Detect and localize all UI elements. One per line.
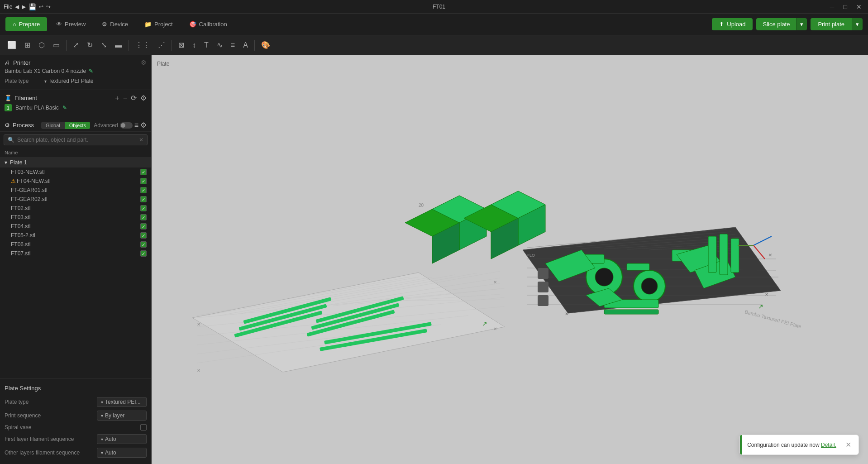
fill-button[interactable]: 🎨 — [258, 39, 274, 51]
orient-button[interactable]: ↕ — [189, 39, 200, 51]
list-item[interactable]: FT03-NEW.stl ✓ — [0, 167, 151, 177]
maximize-button[interactable]: □ — [841, 2, 850, 11]
navbar: ⌂ Prepare 👁 Preview ⚙ Device 📁 Project 🎯… — [0, 14, 868, 35]
printer-name-row: Bambu Lab X1 Carbon 0.4 nozzle ✎ — [5, 66, 147, 76]
plate-row-label: Plate 1 — [10, 159, 27, 166]
filament-number: 1 — [5, 104, 12, 111]
list-item[interactable]: FT-GEAR02.stl ✓ — [0, 195, 151, 204]
object-checkbox[interactable]: ✓ — [140, 196, 147, 202]
slice-dropdown-button[interactable]: ▾ — [796, 18, 807, 30]
filament-sync-button[interactable]: ⟳ — [131, 94, 137, 102]
advanced-switch[interactable] — [120, 122, 133, 129]
printer-settings-icon[interactable]: ⚙ — [141, 59, 147, 66]
eye-icon: 👁 — [56, 21, 62, 28]
other-layers-select[interactable]: ▾ Auto — [97, 448, 147, 458]
split-objects-button[interactable]: ⊠ — [175, 39, 188, 51]
setting-other-layers: Other layers filament sequence ▾ Auto — [5, 446, 147, 459]
object-checkbox[interactable]: ✓ — [140, 169, 147, 175]
save-icon[interactable]: 💾 — [29, 3, 36, 10]
list-item[interactable]: FT04.stl ✓ — [0, 222, 151, 231]
object-checkbox[interactable]: ✓ — [140, 223, 147, 230]
list-item[interactable]: FT05-2.stl ✓ — [0, 231, 151, 240]
tab-prepare[interactable]: ⌂ Prepare — [5, 17, 47, 31]
plate-row[interactable]: ▾ Plate 1 — [0, 158, 151, 167]
tab-device-label: Device — [110, 21, 128, 28]
coord-20: 20 — [419, 203, 424, 208]
print-sequence-select[interactable]: ▾ By layer — [97, 411, 147, 421]
warning-icon: ⚠ — [11, 178, 16, 184]
search-input[interactable] — [17, 137, 136, 143]
redo-icon[interactable]: ↪ — [46, 4, 51, 10]
calibration-icon: 🎯 — [189, 21, 196, 28]
plate-type-select[interactable]: ▾ Textured PEI... — [97, 397, 147, 407]
object-checkbox[interactable]: ✓ — [140, 214, 147, 220]
process-list-btn[interactable]: ≡ — [134, 121, 138, 129]
toolbar-separator-3 — [172, 40, 172, 51]
printer-edit-link[interactable]: ✎ — [89, 68, 93, 74]
arrange-all-button[interactable]: ⋰ — [154, 39, 169, 51]
list-item[interactable]: FT-GEAR01.stl ✓ — [0, 186, 151, 195]
name-header: Name — [5, 150, 18, 155]
object-checkbox[interactable]: ✓ — [140, 250, 147, 257]
print-dropdown-button[interactable]: ▾ — [852, 18, 863, 30]
window-controls[interactable]: ─ □ ✕ — [827, 2, 864, 11]
toggle-global[interactable]: Global — [41, 122, 65, 129]
view-ortho-button[interactable]: ⬡ — [35, 39, 48, 51]
rotate-tool-button[interactable]: ↻ — [83, 39, 96, 51]
close-button[interactable]: ✕ — [854, 2, 864, 11]
filament-settings-button[interactable]: ⚙ — [140, 94, 147, 102]
list-item[interactable]: ⚠ FT04-NEW.stl ✓ — [0, 177, 151, 186]
filament-edit-link[interactable]: ✎ — [62, 105, 67, 111]
tab-preview[interactable]: 👁 Preview — [49, 17, 93, 31]
titlebar-menu[interactable]: File ◀ ▶ 💾 ↩ ↪ — [4, 3, 51, 10]
toolbar-separator-2 — [129, 40, 129, 51]
support-button[interactable]: T — [200, 39, 212, 51]
tab-device[interactable]: ⚙ Device — [95, 17, 135, 31]
object-checkbox[interactable]: ✓ — [140, 187, 147, 193]
print-plate-button[interactable]: Print plate — [811, 18, 852, 30]
nav-forward[interactable]: ▶ — [22, 4, 26, 10]
undo-icon[interactable]: ↩ — [39, 4, 43, 10]
seam-button[interactable]: ∿ — [213, 39, 226, 51]
list-item[interactable]: FT02.stl ✓ — [0, 204, 151, 213]
toggle-objects[interactable]: Objects — [65, 122, 91, 129]
view-grid-button[interactable]: ⊞ — [21, 39, 34, 51]
view-3d-button[interactable]: ⬜ — [4, 39, 20, 51]
filament-remove-button[interactable]: − — [123, 94, 127, 102]
plate-icon-3 — [538, 295, 548, 306]
dark-plate-arrow: ↗ — [758, 303, 763, 310]
view-section-button[interactable]: ▭ — [49, 39, 63, 51]
printer-section-header: 🖨 Printer ⚙ — [5, 59, 147, 66]
object-checkbox[interactable]: ✓ — [140, 241, 147, 248]
list-item[interactable]: FT07.stl ✓ — [0, 249, 151, 258]
flatten-tool-button[interactable]: ▬ — [111, 39, 126, 51]
list-item[interactable]: FT06.stl ✓ — [0, 240, 151, 249]
tab-project[interactable]: 📁 Project — [137, 17, 180, 31]
file-menu[interactable]: File — [4, 4, 12, 10]
notification-close-button[interactable]: ✕ — [845, 440, 851, 449]
first-layer-select[interactable]: ▾ Auto — [97, 434, 147, 444]
viewport[interactable]: ✕ ✕ ✕ ✕ ↗ — [152, 55, 868, 464]
variable-layer-button[interactable]: ≡ — [227, 39, 238, 51]
slice-button[interactable]: Slice plate — [756, 18, 796, 30]
tab-calibration[interactable]: 🎯 Calibration — [182, 17, 234, 31]
upload-button[interactable]: ⬆ Upload — [712, 18, 753, 30]
move-tool-button[interactable]: ⤢ — [69, 39, 82, 51]
plate-mark-bl: ✕ — [197, 368, 200, 373]
object-checkbox[interactable]: ✓ — [140, 205, 147, 211]
notification-detail-link[interactable]: Detail. — [821, 442, 836, 448]
text-button[interactable]: A — [239, 39, 252, 51]
search-clear-icon[interactable]: ✕ — [139, 137, 143, 143]
list-item[interactable]: FT03.stl ✓ — [0, 213, 151, 222]
plate-type-value[interactable]: ▾ Textured PEI Plate — [44, 78, 93, 84]
filament-add-button[interactable]: + — [115, 94, 119, 102]
object-checkbox[interactable]: ✓ — [140, 178, 147, 184]
spiral-vase-checkbox[interactable] — [140, 424, 147, 431]
nav-back[interactable]: ◀ — [15, 4, 19, 10]
object-checkbox[interactable]: ✓ — [140, 232, 147, 239]
print-sequence-label: Print sequence — [5, 412, 97, 419]
process-settings-btn[interactable]: ⚙ — [140, 121, 147, 129]
minimize-button[interactable]: ─ — [827, 2, 837, 11]
scale-tool-button[interactable]: ⤡ — [97, 39, 110, 51]
arrange-button[interactable]: ⋮⋮ — [132, 39, 153, 51]
